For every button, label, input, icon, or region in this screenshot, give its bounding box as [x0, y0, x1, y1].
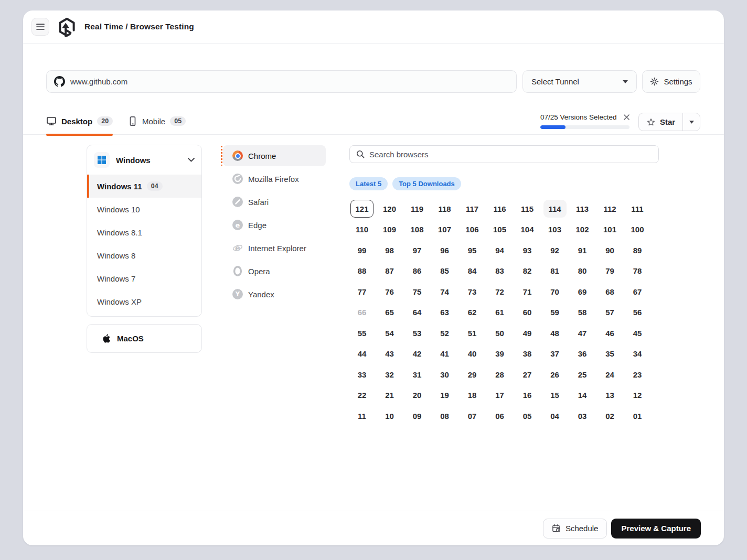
menu-button[interactable] — [31, 18, 49, 36]
version-38[interactable]: 38 — [516, 345, 539, 363]
os-item-windows-8-1[interactable]: Windows 8.1 — [87, 221, 201, 244]
version-31[interactable]: 31 — [405, 365, 429, 383]
version-105[interactable]: 105 — [488, 221, 511, 239]
os-item-windows-10[interactable]: Windows 10 — [87, 198, 201, 221]
version-03[interactable]: 03 — [571, 407, 594, 425]
url-input[interactable] — [70, 77, 509, 86]
version-72[interactable]: 72 — [488, 283, 511, 300]
version-52[interactable]: 52 — [433, 324, 456, 342]
os-item-windows-7[interactable]: Windows 7 — [87, 267, 201, 290]
version-108[interactable]: 108 — [405, 221, 429, 239]
macos-group-card[interactable]: MacOS — [87, 324, 202, 353]
version-116[interactable]: 116 — [488, 200, 511, 218]
version-86[interactable]: 86 — [405, 262, 429, 280]
browser-item-edge[interactable]: eEdge — [223, 214, 326, 235]
version-113[interactable]: 113 — [571, 200, 594, 218]
version-16[interactable]: 16 — [516, 386, 539, 404]
version-64[interactable]: 64 — [405, 304, 429, 321]
version-111[interactable]: 111 — [626, 200, 649, 218]
version-80[interactable]: 80 — [571, 262, 594, 280]
version-71[interactable]: 71 — [516, 283, 539, 300]
version-54[interactable]: 54 — [378, 324, 401, 342]
version-18[interactable]: 18 — [461, 386, 484, 404]
version-34[interactable]: 34 — [626, 345, 649, 363]
version-27[interactable]: 27 — [516, 365, 539, 383]
version-28[interactable]: 28 — [488, 365, 511, 383]
version-107[interactable]: 107 — [433, 221, 456, 239]
version-40[interactable]: 40 — [461, 345, 484, 363]
version-58[interactable]: 58 — [571, 304, 594, 321]
os-item-windows-11[interactable]: Windows 1104 — [87, 175, 201, 198]
version-63[interactable]: 63 — [433, 304, 456, 321]
version-01[interactable]: 01 — [626, 407, 649, 425]
version-97[interactable]: 97 — [405, 241, 429, 259]
browser-item-chrome[interactable]: Chrome — [223, 145, 326, 166]
version-09[interactable]: 09 — [405, 407, 429, 425]
url-field[interactable] — [46, 70, 517, 93]
version-85[interactable]: 85 — [433, 262, 456, 280]
version-24[interactable]: 24 — [599, 365, 622, 383]
version-25[interactable]: 25 — [571, 365, 594, 383]
select-tunnel-dropdown[interactable]: Select Tunnel — [522, 70, 637, 93]
version-93[interactable]: 93 — [516, 241, 539, 259]
version-82[interactable]: 82 — [516, 262, 539, 280]
version-22[interactable]: 22 — [350, 386, 374, 404]
version-120[interactable]: 120 — [378, 200, 401, 218]
version-47[interactable]: 47 — [571, 324, 594, 342]
version-11[interactable]: 11 — [350, 407, 374, 425]
version-14[interactable]: 14 — [571, 386, 594, 404]
version-96[interactable]: 96 — [433, 241, 456, 259]
version-87[interactable]: 87 — [378, 262, 401, 280]
version-45[interactable]: 45 — [626, 324, 649, 342]
version-30[interactable]: 30 — [433, 365, 456, 383]
version-81[interactable]: 81 — [543, 262, 567, 280]
version-90[interactable]: 90 — [599, 241, 622, 259]
version-23[interactable]: 23 — [626, 365, 649, 383]
version-43[interactable]: 43 — [378, 345, 401, 363]
version-92[interactable]: 92 — [543, 241, 567, 259]
version-106[interactable]: 106 — [461, 221, 484, 239]
version-102[interactable]: 102 — [571, 221, 594, 239]
version-60[interactable]: 60 — [516, 304, 539, 321]
version-68[interactable]: 68 — [599, 283, 622, 300]
version-73[interactable]: 73 — [461, 283, 484, 300]
version-91[interactable]: 91 — [571, 241, 594, 259]
version-67[interactable]: 67 — [626, 283, 649, 300]
filter-chip-top-5-downloads[interactable]: Top 5 Downloads — [392, 177, 461, 190]
version-59[interactable]: 59 — [543, 304, 567, 321]
version-89[interactable]: 89 — [626, 241, 649, 259]
version-118[interactable]: 118 — [433, 200, 456, 218]
version-19[interactable]: 19 — [433, 386, 456, 404]
version-69[interactable]: 69 — [571, 283, 594, 300]
browser-item-internet-explorer[interactable]: eInternet Explorer — [223, 238, 326, 259]
version-74[interactable]: 74 — [433, 283, 456, 300]
star-button[interactable]: Star — [639, 113, 682, 131]
browser-item-yandex[interactable]: YYandex — [223, 284, 326, 305]
version-08[interactable]: 08 — [433, 407, 456, 425]
tab-desktop[interactable]: Desktop 20 — [46, 107, 113, 135]
version-112[interactable]: 112 — [599, 200, 622, 218]
version-51[interactable]: 51 — [461, 324, 484, 342]
version-07[interactable]: 07 — [461, 407, 484, 425]
version-42[interactable]: 42 — [405, 345, 429, 363]
version-100[interactable]: 100 — [626, 221, 649, 239]
version-39[interactable]: 39 — [488, 345, 511, 363]
version-65[interactable]: 65 — [378, 304, 401, 321]
settings-button[interactable]: Settings — [642, 70, 700, 93]
version-77[interactable]: 77 — [350, 283, 374, 300]
schedule-button[interactable]: Schedule — [543, 519, 607, 539]
version-26[interactable]: 26 — [543, 365, 567, 383]
version-04[interactable]: 04 — [543, 407, 567, 425]
version-48[interactable]: 48 — [543, 324, 567, 342]
tab-mobile[interactable]: Mobile 05 — [128, 107, 186, 135]
version-119[interactable]: 119 — [405, 200, 429, 218]
version-103[interactable]: 103 — [543, 221, 567, 239]
version-21[interactable]: 21 — [378, 386, 401, 404]
version-98[interactable]: 98 — [378, 241, 401, 259]
version-37[interactable]: 37 — [543, 345, 567, 363]
filter-chip-latest-5[interactable]: Latest 5 — [349, 177, 388, 190]
version-76[interactable]: 76 — [378, 283, 401, 300]
version-20[interactable]: 20 — [405, 386, 429, 404]
version-35[interactable]: 35 — [599, 345, 622, 363]
version-78[interactable]: 78 — [626, 262, 649, 280]
